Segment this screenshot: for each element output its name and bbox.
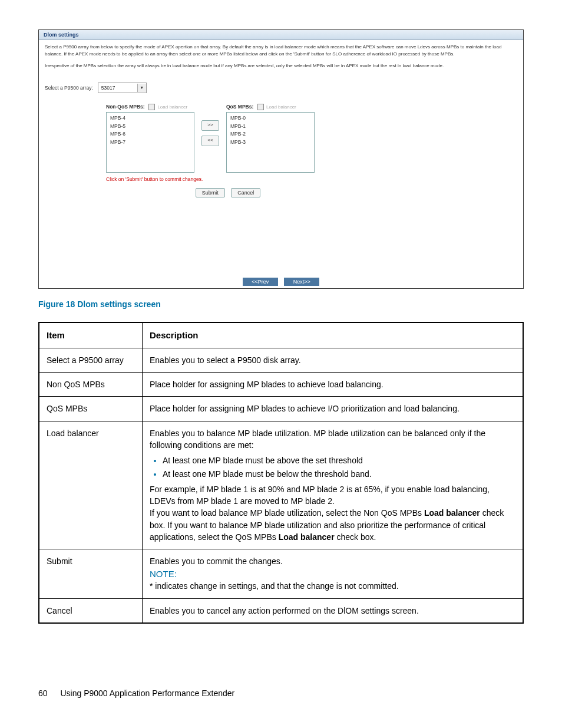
nonqos-loadbalancer-checkbox[interactable] [148,104,155,110]
qos-label: QoS MPBs: [226,104,253,110]
cancel-button[interactable]: Cancel [231,188,260,197]
cell-item: QoS MPBs [39,397,143,421]
table-header-item: Item [39,322,143,348]
move-left-button[interactable]: << [201,136,219,146]
cell-item: Non QoS MPBs [39,373,143,397]
note-label: NOTE: [150,568,515,581]
instruction-text-2: Irrespective of the MPBs selection the a… [39,59,523,71]
table-header-desc: Description [143,322,524,348]
table-row: Load balancer Enables you to balance MP … [39,421,523,549]
page-number: 60 [38,689,48,698]
cell-desc: Enables you to select a P9500 disk array… [143,348,524,372]
cell-item: Load balancer [39,421,143,549]
table-row: Select a P9500 array Enables you to sele… [39,348,523,372]
array-combobox-value: 53017 [98,85,137,91]
page-footer: 60 Using P9000 Application Performance E… [38,689,524,698]
list-item[interactable]: MPB-2 [230,130,310,139]
list-item[interactable]: MPB-5 [110,123,190,131]
submit-button[interactable]: Submit [196,188,225,197]
nonqos-lb-text: Load balancer [157,104,187,110]
cell-desc: Enables you to commit the changes. NOTE:… [143,549,524,598]
select-array-label: Select a P9500 array: [45,85,93,91]
commit-note: Click on 'Submit' button to commit chang… [106,176,517,182]
list-item[interactable]: MPB-1 [230,123,310,131]
cell-item: Cancel [39,598,143,623]
table-row: Non QoS MPBs Place holder for assigning … [39,373,523,397]
table-row: Cancel Enables you to cancel any action … [39,598,523,623]
dlom-settings-screenshot: Dlom settings Select a P9500 array from … [38,29,524,289]
qos-listbox[interactable]: MPB-0 MPB-1 MPB-2 MPB-3 [226,112,315,173]
list-item[interactable]: MPB-0 [230,114,310,123]
panel-title: Dlom settings [39,30,523,40]
next-button[interactable]: Next>> [284,278,319,286]
list-item[interactable]: MPB-7 [110,139,190,147]
qos-lb-text: Load balancer [266,104,296,110]
condition-item: At least one MP blade must be below the … [163,468,515,480]
move-right-button[interactable]: >> [201,120,219,131]
list-item[interactable]: MPB-4 [110,114,190,123]
table-row: Submit Enables you to commit the changes… [39,549,523,598]
list-item[interactable]: MPB-6 [110,130,190,139]
qos-loadbalancer-checkbox[interactable] [257,104,264,110]
array-combobox[interactable]: 53017 ▼ [98,83,147,93]
cell-desc: Enables you to balance MP blade utilizat… [143,421,524,549]
cell-item: Select a P9500 array [39,348,143,372]
prev-button[interactable]: <<Prev [243,278,278,286]
cell-desc: Enables you to cancel any action perform… [143,598,524,623]
footer-title: Using P9000 Application Performance Exte… [60,689,234,698]
instruction-text-1: Select a P9500 array from below to speci… [39,40,523,59]
cell-desc: Place holder for assigning MP blades to … [143,397,524,421]
nonqos-label: Non-QoS MPBs: [106,104,145,110]
figure-caption: Figure 18 Dlom settings screen [38,299,524,309]
condition-item: At least one MP blade must be above the … [163,454,515,466]
list-item[interactable]: MPB-3 [230,139,310,147]
cell-desc: Place holder for assigning MP blades to … [143,373,524,397]
cell-item: Submit [39,549,143,598]
table-row: QoS MPBs Place holder for assigning MP b… [39,397,523,421]
description-table: Item Description Select a P9500 array En… [38,322,524,624]
nonqos-listbox[interactable]: MPB-4 MPB-5 MPB-6 MPB-7 [106,112,194,173]
chevron-down-icon[interactable]: ▼ [137,84,146,92]
